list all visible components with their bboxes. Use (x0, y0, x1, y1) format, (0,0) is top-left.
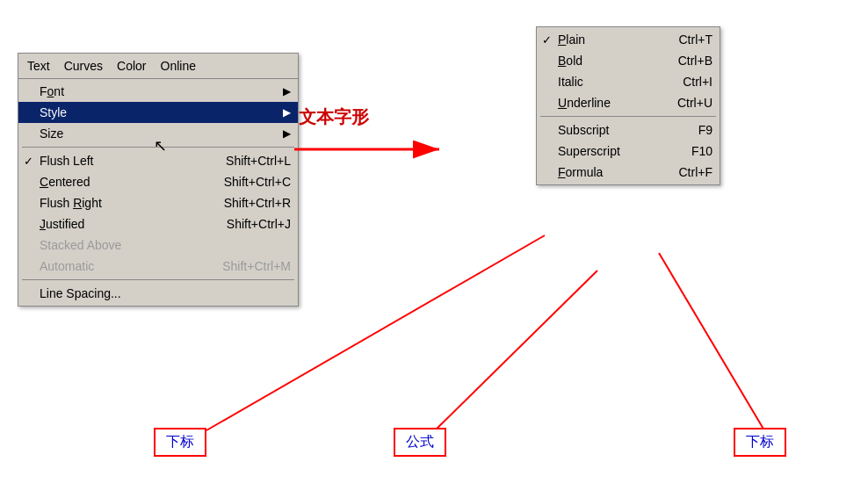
svg-line-2 (659, 253, 764, 430)
red-arrow-svg (290, 127, 466, 171)
menu-item-size[interactable]: Size ▶ (18, 123, 298, 144)
font-label: Font (40, 84, 64, 98)
underline-label: Underline (558, 96, 611, 110)
menu-online[interactable]: Online (154, 57, 203, 75)
subscript-label: Subscript (558, 123, 609, 137)
submenu-formula[interactable]: Formula Ctrl+F (537, 162, 720, 183)
arrow-annotation (290, 127, 466, 174)
menu-bar: Text Curves Color Online (18, 54, 298, 79)
menu-items-list: Font ▶ Style ▶ Size ▶ ✓ Flush Left Shift… (18, 79, 298, 306)
submenu-superscript[interactable]: Superscript F10 (537, 141, 720, 162)
style-label: Style (40, 105, 67, 119)
flush-left-shortcut: Shift+Ctrl+L (208, 154, 291, 168)
svg-line-1 (430, 271, 597, 435)
formula-label: Formula (558, 165, 603, 179)
gongshi-label: 公式 (394, 428, 446, 457)
menu-item-automatic: Automatic Shift+Ctrl+M (18, 256, 298, 277)
formula-shortcut: Ctrl+F (670, 165, 713, 179)
size-label: Size (40, 126, 63, 141)
centered-label: Centered (40, 175, 90, 189)
submenu-separator (540, 116, 716, 117)
xiabiao-label-2: 下标 (734, 428, 786, 457)
automatic-shortcut: Shift+Ctrl+M (205, 259, 291, 273)
flush-left-check: ✓ (24, 155, 33, 168)
submenu-italic[interactable]: Italic Ctrl+I (537, 71, 720, 92)
plain-shortcut: Ctrl+T (670, 32, 713, 47)
automatic-label: Automatic (40, 259, 94, 273)
menu-item-line-spacing[interactable]: Line Spacing... (18, 283, 298, 304)
justified-shortcut: Shift+Ctrl+J (209, 217, 291, 231)
centered-shortcut: Shift+Ctrl+C (206, 175, 291, 189)
submenu-plain[interactable]: ✓ Plain Ctrl+T (537, 29, 720, 50)
style-submenu: ✓ Plain Ctrl+T Bold Ctrl+B Italic Ctrl+I… (536, 26, 720, 185)
menu-item-justified[interactable]: Justified Shift+Ctrl+J (18, 213, 298, 235)
font-arrow: ▶ (283, 85, 291, 97)
flush-left-label: Flush Left (40, 154, 93, 168)
menu-curves[interactable]: Curves (57, 57, 110, 75)
flush-right-shortcut: Shift+Ctrl+R (206, 196, 291, 210)
subscript-shortcut: F9 (690, 123, 712, 137)
wenben-zixing-label: 文本字形 (299, 105, 369, 129)
stacked-label: Stacked Above (40, 238, 121, 252)
menu-text[interactable]: Text (20, 57, 57, 75)
line-spacing-label: Line Spacing... (40, 286, 121, 300)
italic-shortcut: Ctrl+I (674, 75, 712, 89)
separator-2 (22, 279, 294, 280)
style-arrow: ▶ (283, 106, 291, 119)
menu-item-stacked: Stacked Above (18, 235, 298, 256)
menu-item-flush-right[interactable]: Flush Right Shift+Ctrl+R (18, 192, 298, 213)
submenu-underline[interactable]: Underline Ctrl+U (537, 92, 720, 113)
menu-item-centered[interactable]: Centered Shift+Ctrl+C (18, 171, 298, 192)
flush-right-label: Flush Right (40, 196, 102, 210)
bold-shortcut: Ctrl+B (669, 54, 712, 68)
plain-check: ✓ (542, 33, 552, 47)
superscript-label: Superscript (558, 144, 620, 158)
superscript-shortcut: F10 (683, 144, 712, 158)
bold-label: Bold (558, 54, 582, 68)
menu-item-style[interactable]: Style ▶ (18, 102, 298, 123)
xiabiao-label-1: 下标 (154, 428, 206, 457)
plain-label: Plain (558, 32, 585, 47)
underline-shortcut: Ctrl+U (669, 96, 712, 110)
menu-color[interactable]: Color (110, 57, 153, 75)
main-menu: Text Curves Color Online Font ▶ Style ▶ … (18, 53, 299, 307)
italic-label: Italic (558, 75, 583, 89)
submenu-bold[interactable]: Bold Ctrl+B (537, 50, 720, 71)
menu-item-flush-left[interactable]: ✓ Flush Left Shift+Ctrl+L (18, 150, 298, 171)
justified-label: Justified (40, 217, 84, 231)
menu-item-font[interactable]: Font ▶ (18, 81, 298, 102)
submenu-subscript[interactable]: Subscript F9 (537, 119, 720, 141)
separator-1 (22, 147, 294, 148)
